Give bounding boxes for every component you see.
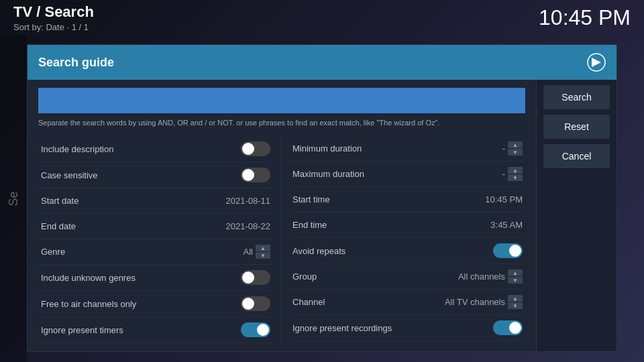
toggle-knob	[509, 322, 521, 334]
toggle-include-description[interactable]	[241, 141, 270, 156]
page-subtitle: Sort by: Date · 1 / 1	[13, 22, 94, 32]
label-channel: Channel	[292, 297, 325, 307]
field-case-sensitive: Case sensitive	[38, 162, 273, 188]
field-start-date: Start date 2021-08-11	[38, 188, 273, 214]
max-duration-down-btn[interactable]: ▼	[508, 174, 523, 181]
field-max-duration: Maximum duration - ▲ ▼	[290, 162, 525, 187]
toggle-knob	[242, 169, 254, 181]
label-genre: Genre	[41, 247, 65, 257]
fields-left-col: Include description Case sensitive	[38, 136, 282, 343]
label-include-unknown-genres: Include unknown genres	[41, 273, 136, 283]
search-button[interactable]: Search	[543, 85, 610, 109]
cancel-button[interactable]: Cancel	[543, 144, 610, 168]
group-chevrons[interactable]: ▲ ▼	[508, 269, 523, 284]
field-min-duration: Minimum duration - ▲ ▼	[290, 136, 525, 162]
search-input[interactable]	[38, 88, 525, 113]
search-hint: Separate the search words by using AND, …	[38, 119, 525, 127]
group-down-btn[interactable]: ▼	[508, 277, 523, 284]
max-duration-text: -	[502, 169, 505, 179]
label-avoid-repeats: Avoid repeats	[292, 246, 345, 256]
sidebar-hint-text: Se	[7, 191, 21, 206]
toggle-case-sensitive[interactable]	[241, 168, 270, 182]
toggle-knob	[242, 272, 254, 284]
dialog-main: Separate the search words by using AND, …	[28, 80, 536, 351]
genre-down-btn[interactable]: ▼	[256, 252, 270, 259]
toggle-knob	[242, 298, 254, 310]
toggle-avoid-repeats[interactable]	[493, 243, 523, 258]
channel-down-btn[interactable]: ▼	[508, 302, 523, 309]
label-max-duration: Maximum duration	[292, 169, 364, 179]
svg-marker-1	[592, 58, 601, 67]
dialog-sidebar: Search Reset Cancel	[536, 80, 616, 351]
fields-right-col: Minimum duration - ▲ ▼ Maximum duration	[282, 136, 525, 343]
clock: 10:45 PM	[539, 5, 631, 30]
toggle-ignore-timers[interactable]	[241, 322, 270, 337]
toggle-knob	[242, 143, 254, 155]
group-text: All channels	[458, 272, 505, 282]
kodi-icon	[587, 53, 606, 72]
max-duration-chevrons[interactable]: ▲ ▼	[508, 167, 523, 181]
label-end-time: End time	[292, 220, 327, 230]
value-start-date[interactable]: 2021-08-11	[226, 196, 271, 206]
search-guide-dialog: Search guide Separate the search words b…	[27, 44, 617, 352]
toggle-knob	[257, 324, 269, 336]
field-free-to-air: Free to air channels only	[38, 291, 273, 317]
page-title: TV / Search	[13, 3, 94, 21]
label-case-sensitive: Case sensitive	[41, 170, 98, 180]
search-input-wrap[interactable]	[38, 88, 525, 113]
value-channel[interactable]: All TV channels ▲ ▼	[445, 295, 523, 309]
channel-chevrons[interactable]: ▲ ▼	[508, 295, 523, 309]
min-duration-up-btn[interactable]: ▲	[508, 141, 523, 148]
value-start-time[interactable]: 10:45 PM	[485, 194, 523, 204]
field-group: Group All channels ▲ ▼	[290, 264, 525, 290]
min-duration-down-btn[interactable]: ▼	[508, 149, 523, 156]
group-up-btn[interactable]: ▲	[508, 269, 523, 276]
max-duration-up-btn[interactable]: ▲	[508, 167, 523, 174]
label-start-time: Start time	[292, 194, 330, 204]
value-end-date[interactable]: 2021-08-22	[226, 221, 271, 231]
genre-chevrons[interactable]: ▲ ▼	[256, 245, 270, 259]
min-duration-text: -	[502, 143, 505, 154]
value-genre[interactable]: All ▲ ▼	[244, 245, 270, 259]
field-ignore-timers: Ignore present timers	[38, 317, 273, 343]
field-ignore-recordings: Ignore present recordings	[290, 315, 525, 341]
channel-text: All TV channels	[445, 297, 505, 307]
value-group[interactable]: All channels ▲ ▼	[458, 269, 523, 284]
label-start-date: Start date	[41, 196, 78, 206]
field-end-time: End time 3:45 AM	[290, 213, 525, 238]
label-include-description: Include description	[41, 144, 113, 154]
label-free-to-air: Free to air channels only	[41, 299, 136, 309]
value-min-duration[interactable]: - ▲ ▼	[502, 141, 523, 156]
top-bar: TV / Search Sort by: Date · 1 / 1 10:45 …	[0, 0, 644, 35]
toggle-ignore-recordings[interactable]	[493, 320, 523, 335]
dialog-header: Search guide	[28, 45, 616, 80]
label-group: Group	[292, 272, 317, 282]
label-min-duration: Minimum duration	[292, 143, 362, 154]
channel-up-btn[interactable]: ▲	[508, 295, 523, 302]
fields-grid: Include description Case sensitive	[38, 136, 525, 343]
genre-text: All	[244, 247, 253, 257]
title-main: Search	[44, 3, 93, 20]
dialog-title: Search guide	[38, 56, 114, 70]
value-end-time[interactable]: 3:45 AM	[490, 220, 523, 230]
dialog-body: Separate the search words by using AND, …	[28, 80, 616, 351]
field-channel: Channel All TV channels ▲ ▼	[290, 290, 525, 315]
reset-button[interactable]: Reset	[543, 115, 610, 139]
field-avoid-repeats: Avoid repeats	[290, 238, 525, 264]
label-ignore-recordings: Ignore present recordings	[292, 323, 392, 333]
genre-up-btn[interactable]: ▲	[256, 245, 270, 251]
toggle-include-unknown-genres[interactable]	[241, 270, 270, 285]
value-max-duration[interactable]: - ▲ ▼	[502, 167, 523, 181]
top-left-info: TV / Search Sort by: Date · 1 / 1	[13, 3, 94, 32]
toggle-free-to-air[interactable]	[241, 296, 270, 311]
field-end-date: End date 2021-08-22	[38, 214, 273, 239]
min-duration-chevrons[interactable]: ▲ ▼	[508, 141, 523, 156]
label-ignore-timers: Ignore present timers	[41, 325, 123, 335]
toggle-knob	[509, 245, 521, 257]
sidebar-hint: Se	[0, 35, 27, 362]
label-end-date: End date	[41, 221, 76, 231]
field-genre: Genre All ▲ ▼	[38, 239, 273, 265]
field-include-description: Include description	[38, 136, 273, 162]
field-include-unknown-genres: Include unknown genres	[38, 265, 273, 291]
field-start-time: Start time 10:45 PM	[290, 187, 525, 213]
